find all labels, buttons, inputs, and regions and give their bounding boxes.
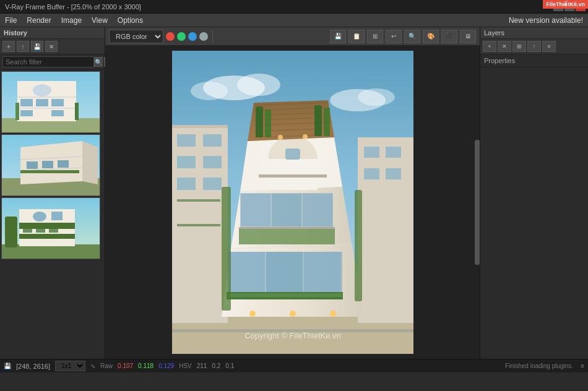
history-thumb-2[interactable] [1,134,100,196]
render-svg: Copyright © FileThietKe.vn [172,51,413,354]
svg-rect-70 [239,229,335,244]
svg-point-94 [249,311,256,317]
layer-add-button[interactable]: + [483,41,496,52]
color2-button[interactable]: ⬛ [441,30,457,43]
menu-file[interactable]: File [5,16,17,25]
svg-rect-88 [314,105,322,136]
hsv-label: HSV [179,363,192,369]
svg-rect-6 [20,99,33,106]
history-up-button[interactable]: ↑ [17,41,29,52]
svg-rect-55 [364,168,379,179]
vfb-right-tools: 💾 📋 ⊞ ↩ 🔍 🎨 ⬛ 🖥 [330,30,476,43]
vfb-area: RGB color Alpha Luminance 💾 📋 ⊞ ↩ 🔍 🎨 ⬛ … [105,27,480,359]
svg-rect-89 [324,108,330,136]
svg-rect-67 [272,194,301,226]
menu-image[interactable]: Image [61,16,82,25]
menu-options[interactable]: Options [118,16,143,25]
thumb1-svg [2,72,100,133]
svg-rect-63 [227,293,343,297]
raw-label: Raw [100,363,113,369]
hsv-h: 211 [197,363,207,369]
save-button[interactable]: 💾 [330,30,346,43]
svg-rect-87 [265,110,271,137]
svg-rect-53 [364,147,379,158]
history-panel: History + ↑ 💾 ✕ 🔍 ▼ [0,27,105,359]
svg-rect-45 [203,134,222,147]
svg-rect-52 [358,137,413,323]
svg-rect-21 [58,160,69,168]
svg-rect-48 [177,178,196,190]
v-scrollbar[interactable] [475,46,480,359]
menu-bar: File Render Image View Options New versi… [0,14,588,27]
svg-rect-22 [20,170,79,173]
zoom-select[interactable]: 1x1 2x2 4x4 [55,361,85,371]
status-coords: [248, 2616] [16,363,50,370]
svg-rect-92 [222,187,231,311]
svg-rect-9 [20,110,33,116]
svg-rect-66 [241,194,270,226]
svg-rect-77 [259,174,327,178]
history-delete-button[interactable]: ✕ [45,41,58,52]
history-add-button[interactable]: + [2,41,15,52]
svg-rect-4 [17,97,76,98]
menu-view[interactable]: View [92,16,108,25]
undo-button[interactable]: ↩ [386,30,402,43]
blue-dot[interactable] [188,32,197,41]
svg-rect-33 [49,229,58,233]
svg-rect-28 [19,234,75,239]
render-image: Copyright © FileThietKe.vn [172,51,413,354]
layer-up-button[interactable]: ↑ [527,41,541,52]
status-right-icon[interactable]: ≡ [581,363,584,369]
svg-rect-56 [386,168,401,179]
svg-rect-68 [303,194,332,226]
svg-point-96 [330,311,336,317]
vfb-toolbar: RGB color Alpha Luminance 💾 📋 ⊞ ↩ 🔍 🎨 ⬛ … [105,27,480,46]
status-bar: 💾 [248, 2616] 1x1 2x2 4x4 ∿ Raw 0.107 0.… [0,359,588,372]
logo-badge: FileThiếtKê.vn [543,0,588,9]
svg-rect-11 [75,103,79,120]
svg-rect-10 [51,110,64,116]
new-version-notice: New version available! [509,16,583,25]
color-mode-select[interactable]: RGB color Alpha Luminance [109,30,163,43]
svg-rect-69 [239,227,335,229]
save-as-button[interactable]: 📋 [348,30,365,43]
svg-rect-46 [177,156,196,168]
menu-render[interactable]: Render [27,16,51,25]
monitor-button[interactable]: 🖥 [460,30,476,43]
main-layout: History + ↑ 💾 ✕ 🔍 ▼ [0,27,588,359]
svg-rect-32 [36,229,45,233]
channel-indicator[interactable]: ∿ [90,363,95,369]
search-input[interactable] [2,56,94,67]
history-save-button[interactable]: 💾 [31,41,43,52]
history-thumb-3[interactable] [1,197,100,259]
svg-rect-75 [285,148,300,160]
hsv-s: 0.2 [212,363,220,369]
status-save-icon[interactable]: 💾 [4,363,11,369]
lens-button[interactable]: 🔍 [404,30,420,43]
color-tool-button[interactable]: 🎨 [423,30,439,43]
r-value: 0.107 [118,363,133,369]
compare-button[interactable]: ⊞ [367,30,383,43]
layer-list-button[interactable]: ≡ [542,41,556,52]
red-dot[interactable] [166,32,175,41]
layer-duplicate-button[interactable]: ⊞ [512,41,526,52]
svg-rect-30 [51,212,63,220]
layer-remove-button[interactable]: ✕ [498,41,511,52]
svg-point-39 [358,88,395,106]
search-icon[interactable]: 🔍 [94,57,103,67]
svg-point-36 [237,74,280,96]
history-thumb-1[interactable] [1,71,100,133]
gray-dot[interactable] [199,32,208,41]
thumb2-svg [2,135,100,196]
svg-rect-51 [177,224,220,226]
properties-label: Properties [484,57,515,64]
right-panel: Layers + ✕ ⊞ ↑ ≡ Properties [480,27,588,359]
separator-1 [212,30,213,43]
status-message: Finished loading plugins. [505,363,573,369]
svg-rect-86 [256,106,263,137]
thumb3-svg [2,198,100,259]
svg-rect-20 [42,161,53,168]
svg-rect-59 [228,252,265,292]
v-scrollbar-thumb[interactable] [475,140,480,265]
green-dot[interactable] [177,32,186,41]
